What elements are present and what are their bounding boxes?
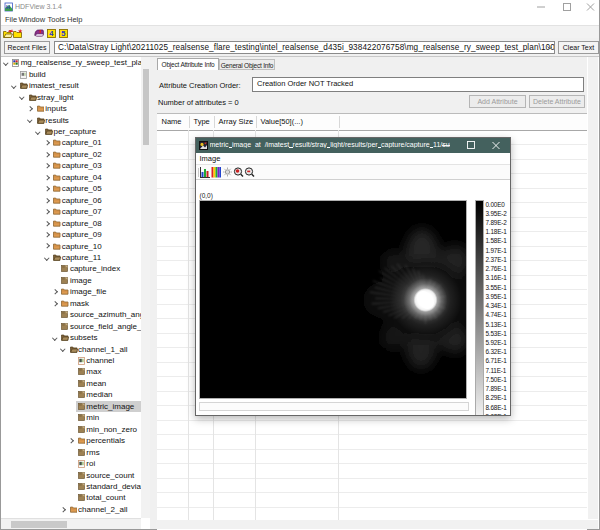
svg-text:5: 5: [61, 29, 65, 38]
svg-text:H: H: [6, 4, 10, 10]
